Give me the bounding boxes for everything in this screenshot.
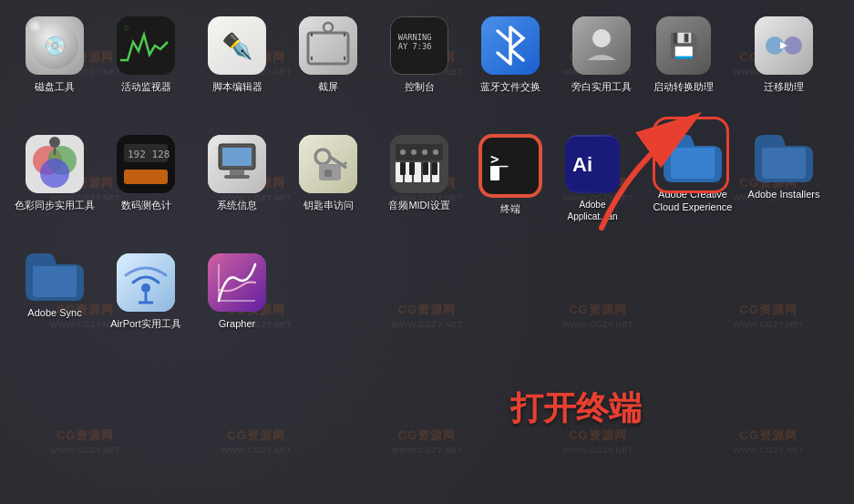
svg-rect-27 — [124, 170, 168, 184]
svg-text:AY 7:36: AY 7:36 — [398, 42, 432, 51]
svg-text:>_: >_ — [490, 150, 509, 168]
app-digital-color[interactable]: 192 128 64 数码测色计 — [100, 128, 191, 246]
app-script-editor[interactable]: ✒️ 脚本编辑器 — [191, 9, 283, 128]
app-system-info[interactable]: 系统信息 — [191, 128, 283, 246]
svg-rect-63 — [208, 253, 266, 312]
svg-rect-32 — [224, 175, 250, 179]
svg-text:192 128 64: 192 128 64 — [128, 149, 175, 160]
svg-point-21 — [40, 159, 69, 188]
app-terminal[interactable]: >_ 终端 — [465, 128, 556, 246]
airport-icon — [117, 253, 175, 312]
app-airport[interactable]: AirPort实用工具 — [100, 246, 191, 365]
app-label: 钥匙串访问 — [304, 199, 354, 211]
app-migration[interactable]: 迁移助理 — [738, 9, 829, 128]
app-bluetooth[interactable]: 蓝牙文件交换 — [465, 9, 556, 128]
app-label: 磁盘工具 — [35, 80, 75, 93]
svg-point-53 — [433, 149, 438, 155]
app-midi[interactable]: 音频MIDI设置 — [374, 128, 465, 246]
app-adobe-installers[interactable]: Adobe Installers — [738, 128, 829, 246]
watermark-cell: CG资源网 WWW.CGZY.NET — [0, 378, 170, 504]
svg-point-52 — [422, 149, 427, 155]
app-label: 终端 — [500, 202, 520, 215]
app-adobe-sync[interactable]: Adobe Sync — [9, 246, 100, 365]
svg-text:♡: ♡ — [124, 24, 129, 33]
activity-icon: ♡ — [117, 16, 175, 75]
svg-rect-47 — [423, 162, 428, 175]
app-label: 系统信息 — [217, 199, 257, 211]
app-label: 迁移助理 — [764, 80, 804, 93]
svg-rect-36 — [324, 170, 332, 177]
colorsync-icon — [26, 135, 84, 193]
svg-rect-30 — [222, 148, 252, 166]
app-label: 控制台 — [405, 80, 435, 93]
svg-point-50 — [400, 149, 406, 155]
app-colorsync[interactable]: 色彩同步实用工具 — [9, 128, 100, 246]
svg-point-51 — [411, 149, 417, 155]
watermark-cell: CG资源网 WWW.CGZY.NET — [684, 378, 854, 504]
svg-rect-45 — [400, 162, 406, 175]
adobe-app-icon: Ai — [565, 137, 620, 191]
adobe-sync-folder-icon — [26, 253, 84, 301]
svg-text:WARNING: WARNING — [398, 33, 432, 42]
svg-point-60 — [141, 283, 150, 293]
adobe-cc-folder-icon — [664, 135, 722, 182]
app-label: Adobe Creative Cloud Experience — [653, 188, 733, 214]
bluetooth-icon — [481, 16, 540, 75]
app-label: 旁白实用工具 — [571, 80, 632, 93]
app-disk-utility[interactable]: 💿 磁盘工具 — [9, 9, 100, 128]
app-label: Adobe Sync — [27, 306, 81, 319]
migration-icon — [755, 16, 813, 75]
digital-color-icon: 192 128 64 — [117, 135, 175, 193]
app-label: 音频MIDI设置 — [388, 199, 449, 211]
svg-text:Ai: Ai — [572, 153, 592, 176]
app-label: 数码测色计 — [121, 199, 171, 211]
watermark-cell: CG资源网 WWW.CGZY.NET — [512, 378, 683, 504]
open-terminal-label: 打开终端 — [510, 386, 642, 431]
app-label: 启动转换助理 — [653, 80, 714, 93]
svg-rect-24 — [117, 135, 175, 193]
svg-rect-42 — [414, 162, 421, 182]
app-label: 脚本编辑器 — [212, 80, 262, 93]
terminal-icon: >_ — [483, 139, 538, 193]
svg-rect-48 — [432, 162, 437, 175]
voiceover-icon — [572, 16, 631, 75]
app-startup[interactable]: 💾 启动转换助理 — [647, 9, 720, 128]
svg-point-22 — [49, 137, 60, 148]
app-adobe-application[interactable]: Ai Adobe Applicat...an — [556, 128, 629, 246]
app-label: 色彩同步实用工具 — [15, 199, 95, 211]
adobe-installers-folder-icon — [755, 135, 813, 182]
app-label: AirPort实用工具 — [110, 317, 181, 330]
app-label: 截屏 — [318, 80, 338, 93]
svg-rect-31 — [230, 170, 244, 175]
app-screenshot[interactable]: 截屏 — [283, 9, 374, 128]
watermark-cell: CG资源网 WWW.CGZY.NET — [342, 378, 512, 504]
app-console[interactable]: WARNING AY 7:36 控制台 — [374, 9, 465, 128]
app-label: 活动监视器 — [121, 80, 171, 93]
svg-point-14 — [592, 29, 611, 47]
app-label: Adobe Applicat...an — [557, 199, 628, 222]
keychain-icon — [299, 135, 357, 193]
console-icon: WARNING AY 7:36 — [391, 16, 448, 75]
watermark-cell: CG资源网 WWW.CGZY.NET — [170, 378, 341, 504]
screenshot-icon — [299, 16, 357, 75]
app-label: Grapher — [219, 317, 255, 330]
app-adobe-cc[interactable]: Adobe Creative Cloud Experience — [647, 128, 738, 246]
app-activity-monitor[interactable]: ♡ 活动监视器 — [100, 9, 191, 128]
app-label: Adobe Installers — [748, 188, 820, 201]
app-grid: 💿 磁盘工具 ♡ 活动监视器 ✒️ 脚本编辑器 — [9, 9, 829, 365]
app-keychain[interactable]: 钥匙串访问 — [283, 128, 374, 246]
svg-rect-46 — [409, 162, 415, 175]
app-label: 蓝牙文件交换 — [480, 80, 540, 93]
app-grapher[interactable]: Grapher — [191, 246, 283, 365]
grapher-icon — [208, 253, 266, 312]
sysinfo-icon — [208, 135, 266, 193]
svg-rect-56 — [490, 166, 499, 180]
app-voiceover[interactable]: 旁白实用工具 — [556, 9, 647, 128]
midi-icon — [390, 135, 448, 193]
